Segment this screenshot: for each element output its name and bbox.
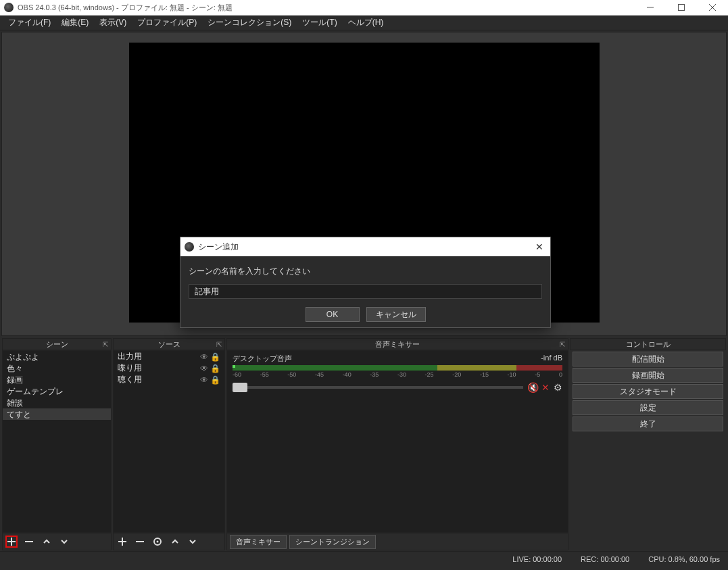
menu-scene-collection[interactable]: シーンコレクション(S) [202, 15, 297, 30]
scenes-panel-header[interactable]: シーン ⇱ [2, 338, 112, 350]
scenes-toolbar [2, 533, 112, 550]
visibility-icon[interactable]: 👁 [199, 375, 210, 385]
close-button[interactable] [697, 0, 728, 15]
window-titlebar: OBS 24.0.3 (64-bit, windows) - プロファイル: 無… [0, 0, 728, 16]
scene-item[interactable]: ゲームテンプレ [3, 385, 111, 397]
start-record-button[interactable]: 録画開始 [573, 368, 723, 383]
dialog-cancel-button[interactable]: キャンセル [366, 307, 426, 322]
mixer-level: -inf dB [541, 354, 562, 364]
mixer-track-name: デスクトップ音声 [233, 354, 292, 364]
mixer-body: デスクトップ音声 -inf dB -60 -55 -50 -45 -40 -35… [226, 350, 568, 533]
scenes-panel-title: シーン [46, 339, 68, 350]
visibility-icon[interactable]: 👁 [199, 364, 210, 373]
minimize-button[interactable] [635, 0, 666, 15]
menu-help[interactable]: ヘルプ(H) [343, 15, 389, 30]
mixer-settings-icon[interactable]: ⚙ [554, 382, 562, 393]
source-name: 喋り用 [118, 362, 199, 374]
source-name: 聴く用 [118, 374, 199, 385]
scene-name-input[interactable] [189, 284, 542, 299]
exit-button[interactable]: 終了 [573, 417, 723, 431]
remove-scene-button[interactable] [23, 536, 35, 548]
dialog-ok-button[interactable]: OK [306, 307, 360, 322]
mixer-panel-title: 音声ミキサー [375, 339, 420, 350]
add-source-button[interactable] [116, 536, 128, 548]
studio-mode-button[interactable]: スタジオモード [573, 384, 723, 399]
source-name: 出力用 [118, 351, 199, 362]
move-source-down-button[interactable] [187, 536, 199, 548]
scene-item[interactable]: てすと [3, 408, 111, 420]
controls-panel-title: コントロール [626, 339, 671, 350]
lock-icon[interactable]: 🔒 [210, 375, 220, 385]
menubar: ファイル(F) 編集(E) 表示(V) プロファイル(P) シーンコレクション(… [0, 16, 728, 30]
source-item[interactable]: 聴く用 👁 🔒 [114, 374, 224, 385]
scene-item[interactable]: 録画 [3, 374, 111, 385]
status-rec: REC: 00:00:00 [581, 555, 629, 563]
sources-panel-title: ソース [158, 339, 180, 350]
lock-icon[interactable]: 🔒 [210, 352, 220, 362]
scene-item[interactable]: ぷよぷよ [3, 351, 111, 362]
svg-point-11 [157, 541, 159, 543]
move-scene-up-button[interactable] [41, 536, 53, 548]
controls-panel: コントロール 配信開始 録画開始 スタジオモード 設定 終了 [570, 338, 726, 550]
add-scene-button[interactable] [5, 536, 18, 548]
mixer-tabs: 音声ミキサー シーントランジション [226, 533, 568, 550]
settings-button[interactable]: 設定 [573, 400, 723, 415]
popout-icon[interactable]: ⇱ [560, 341, 565, 348]
mixer-panel: 音声ミキサー ⇱ デスクトップ音声 -inf dB -60 -55 -50 -4… [226, 338, 568, 550]
menu-file[interactable]: ファイル(F) [3, 15, 56, 30]
popout-icon[interactable]: ⇱ [216, 341, 222, 348]
status-live: LIVE: 00:00:00 [512, 555, 562, 563]
source-item[interactable]: 出力用 👁 🔒 [114, 351, 224, 362]
dialog-titlebar[interactable]: シーン追加 ✕ [180, 237, 550, 256]
move-scene-down-button[interactable] [58, 536, 70, 548]
volume-slider-thumb[interactable] [233, 383, 247, 392]
scenes-list[interactable]: ぷよぷよ 色々 録画 ゲームテンプレ 雑談 てすと [2, 350, 112, 533]
audio-meter-ticks: -60 -55 -50 -45 -40 -35 -30 -25 -20 -15 … [233, 371, 562, 378]
tab-scene-transitions[interactable]: シーントランジション [289, 535, 376, 549]
menu-profile[interactable]: プロファイル(P) [132, 15, 202, 30]
obs-logo-icon [185, 242, 194, 252]
popout-icon[interactable]: ⇱ [103, 341, 108, 348]
add-scene-dialog: シーン追加 ✕ シーンの名前を入力してください OK キャンセル [180, 237, 551, 328]
scene-item[interactable]: 雑談 [3, 397, 111, 408]
window-title: OBS 24.0.3 (64-bit, windows) - プロファイル: 無… [18, 3, 233, 13]
mixer-panel-header[interactable]: 音声ミキサー ⇱ [226, 338, 568, 350]
status-cpu: CPU: 0.8%, 60.00 fps [648, 555, 720, 563]
sources-panel-header[interactable]: ソース ⇱ [113, 338, 225, 350]
menu-edit[interactable]: 編集(E) [56, 15, 94, 30]
dialog-prompt: シーンの名前を入力してください [189, 266, 542, 277]
dialog-title: シーン追加 [198, 241, 239, 253]
maximize-button[interactable] [666, 0, 697, 15]
volume-slider[interactable] [233, 386, 523, 389]
tab-audio-mixer[interactable]: 音声ミキサー [230, 535, 287, 549]
visibility-icon[interactable]: 👁 [199, 352, 210, 362]
menu-tools[interactable]: ツール(T) [297, 15, 342, 30]
menu-view[interactable]: 表示(V) [94, 15, 132, 30]
mute-icon[interactable]: 🔇 ✕ [527, 382, 550, 393]
move-source-up-button[interactable] [169, 536, 181, 548]
start-stream-button[interactable]: 配信開始 [573, 352, 723, 366]
scenes-panel: シーン ⇱ ぷよぷよ 色々 録画 ゲームテンプレ 雑談 てすと [2, 338, 112, 550]
controls-panel-header[interactable]: コントロール [570, 338, 726, 350]
dialog-close-button[interactable]: ✕ [533, 241, 546, 252]
obs-logo-icon [4, 3, 14, 12]
sources-panel: ソース ⇱ 出力用 👁 🔒 喋り用 👁 🔒 聴く用 👁 🔒 [113, 338, 225, 550]
statusbar: LIVE: 00:00:00 REC: 00:00:00 CPU: 0.8%, … [0, 551, 728, 566]
audio-meter [233, 365, 562, 371]
source-properties-button[interactable] [151, 536, 164, 548]
lock-icon[interactable]: 🔒 [210, 364, 220, 373]
scene-item[interactable]: 色々 [3, 362, 111, 374]
controls-body: 配信開始 録画開始 スタジオモード 設定 終了 [570, 350, 726, 433]
svg-rect-1 [679, 5, 685, 11]
sources-toolbar [113, 533, 225, 550]
sources-list[interactable]: 出力用 👁 🔒 喋り用 👁 🔒 聴く用 👁 🔒 [113, 350, 225, 533]
source-item[interactable]: 喋り用 👁 🔒 [114, 362, 224, 374]
remove-source-button[interactable] [134, 536, 146, 548]
